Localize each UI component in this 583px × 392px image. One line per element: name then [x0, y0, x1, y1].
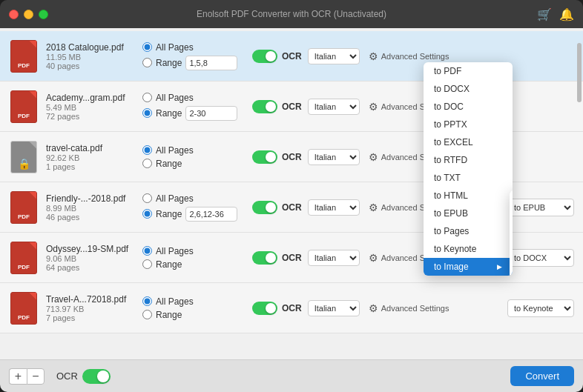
dropdown-menu-item[interactable]: to PPTX	[424, 116, 513, 133]
range-input[interactable]	[185, 56, 237, 70]
submenu-item[interactable]: PNG	[510, 226, 513, 244]
dropdown-menu-item[interactable]: to Pages	[424, 222, 513, 240]
dropdown-menu-item[interactable]: to PDF	[424, 62, 513, 80]
scrollbar[interactable]	[577, 28, 582, 359]
range-radio[interactable]	[142, 108, 152, 118]
range-option[interactable]: Range	[142, 56, 246, 70]
all-pages-option[interactable]: All Pages	[142, 93, 246, 103]
ocr-label: OCR	[282, 303, 302, 313]
minimize-button[interactable]	[24, 10, 33, 19]
all-pages-option[interactable]: All Pages	[142, 193, 246, 204]
dropdown-menu-item[interactable]: to EPUB	[424, 205, 513, 222]
submenu-item[interactable]: BMP	[510, 208, 513, 226]
ocr-toggle[interactable]	[252, 50, 277, 63]
convert-button[interactable]: Convert	[510, 366, 574, 386]
dropdown-menu-item[interactable]: to Keynote	[424, 240, 513, 258]
range-option[interactable]: Range	[142, 259, 246, 270]
file-size: 713.97 KB	[46, 305, 142, 313]
all-pages-radio[interactable]	[142, 296, 152, 306]
ocr-toggle[interactable]	[252, 251, 277, 265]
file-info: Travel-A...72018.pdf713.97 KB7 pages	[46, 294, 142, 322]
file-size: 11.95 MB	[46, 53, 142, 62]
output-format-select[interactable]: to Keynote	[507, 299, 574, 317]
range-option[interactable]: Range	[142, 159, 246, 169]
range-radio[interactable]	[142, 159, 152, 168]
maximize-button[interactable]	[39, 10, 48, 19]
ocr-label: OCR	[282, 51, 302, 62]
range-radio[interactable]	[142, 259, 152, 269]
add-file-button[interactable]: +	[9, 368, 27, 385]
range-label: Range	[156, 310, 182, 320]
close-button[interactable]	[9, 10, 19, 19]
all-pages-radio[interactable]	[142, 42, 152, 52]
range-option[interactable]: Range	[142, 207, 246, 222]
titlebar-icons: 🛒 🔔	[537, 7, 574, 21]
ocr-toggle[interactable]	[252, 201, 277, 214]
all-pages-radio[interactable]	[142, 246, 152, 256]
file-info: 2018 Catalogue.pdf11.95 MB40 pages	[46, 42, 142, 70]
all-pages-radio[interactable]	[142, 193, 152, 203]
language-select[interactable]: Italian	[308, 300, 360, 316]
dropdown-menu-item[interactable]: to TXT	[424, 169, 513, 187]
ocr-label: OCR	[282, 202, 302, 213]
ocr-toggle-section: OCR	[252, 302, 302, 315]
language-select[interactable]: Italian	[308, 48, 360, 64]
all-pages-option[interactable]: All Pages	[142, 296, 246, 307]
bottom-ocr-toggle[interactable]	[82, 369, 111, 384]
advanced-settings-button[interactable]: ⚙Advanced Settings	[366, 49, 452, 64]
user-icon[interactable]: 🔔	[559, 7, 574, 21]
window-title: Enolsoft PDF Converter with OCR (Unactiv…	[197, 9, 386, 19]
output-format-select[interactable]: to DOCX	[507, 249, 574, 267]
scrollbar-thumb[interactable]	[577, 43, 582, 102]
image-format-submenu: JPEGBMPPNGGIFTIFF	[510, 190, 513, 276]
advanced-settings-button[interactable]: ⚙Advanced Settings	[366, 301, 452, 316]
ocr-toggle[interactable]	[252, 302, 277, 315]
range-label: Range	[156, 58, 182, 68]
cart-icon[interactable]: 🛒	[537, 7, 552, 21]
gear-icon: ⚙	[369, 252, 378, 264]
file-row[interactable]: PDFTravel-A...72018.pdf713.97 KB7 pagesA…	[0, 283, 583, 333]
range-input[interactable]	[185, 207, 237, 222]
submenu-item[interactable]: GIF	[510, 244, 513, 262]
language-select[interactable]: Italian	[308, 250, 360, 266]
file-size: 8.99 MB	[46, 204, 142, 213]
dropdown-menu-item[interactable]: to DOCX	[424, 80, 513, 98]
range-radio[interactable]	[142, 310, 152, 319]
all-pages-radio[interactable]	[142, 93, 152, 102]
range-label: Range	[156, 108, 182, 119]
range-input[interactable]	[185, 106, 237, 121]
range-option[interactable]: Range	[142, 106, 246, 121]
range-option[interactable]: Range	[142, 310, 246, 320]
remove-file-button[interactable]: −	[27, 368, 45, 385]
gear-icon: ⚙	[369, 50, 378, 62]
all-pages-option[interactable]: All Pages	[142, 145, 246, 156]
dropdown-menu-item[interactable]: to RTFD	[424, 151, 513, 169]
all-pages-option[interactable]: All Pages	[142, 42, 246, 53]
ocr-toggle-section: OCR	[252, 150, 302, 164]
dropdown-menu-item[interactable]: to Image▶	[424, 258, 513, 276]
ocr-label: OCR	[282, 102, 302, 112]
submenu-item[interactable]: JPEG	[510, 190, 513, 208]
bottom-bar: + − OCR Convert	[0, 359, 583, 392]
range-radio[interactable]	[142, 58, 152, 67]
language-select[interactable]: Italian	[308, 99, 360, 115]
file-pages: 64 pages	[46, 263, 142, 272]
ocr-toggle-section: OCR	[252, 251, 302, 265]
all-pages-radio[interactable]	[142, 145, 152, 155]
range-radio[interactable]	[142, 209, 152, 219]
all-pages-label: All Pages	[156, 93, 194, 103]
language-select[interactable]: Italian	[308, 199, 360, 216]
output-format-select[interactable]: to EPUB	[507, 199, 574, 216]
file-info: travel-cata.pdf92.62 KB1 pages	[46, 143, 142, 171]
language-select[interactable]: Italian	[308, 149, 360, 165]
add-remove-buttons: + −	[9, 368, 45, 385]
dropdown-menu-item[interactable]: to HTML	[424, 187, 513, 205]
dropdown-menu-item[interactable]: to EXCEL	[424, 133, 513, 151]
file-pages: 46 pages	[46, 213, 142, 222]
submenu-item[interactable]: TIFF	[510, 262, 513, 276]
ocr-toggle[interactable]	[252, 150, 277, 164]
file-pages: 72 pages	[46, 112, 142, 121]
dropdown-menu-item[interactable]: to DOC	[424, 98, 513, 116]
all-pages-option[interactable]: All Pages	[142, 246, 246, 256]
ocr-toggle[interactable]	[252, 100, 277, 113]
